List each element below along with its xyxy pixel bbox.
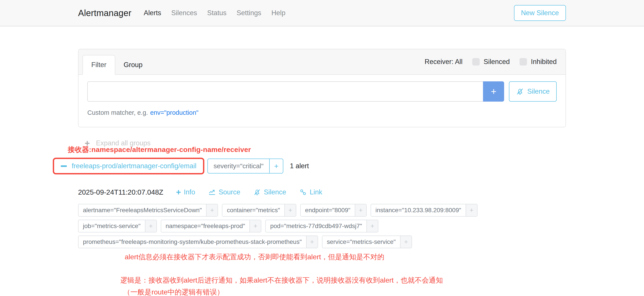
label-filter-add-button[interactable]: + [284, 204, 296, 216]
label-tag-instance: instance="10.233.98.209:8009" + [370, 204, 478, 216]
label-tag-namespace: namespace="freeleaps-prod" + [161, 220, 262, 232]
silence-button-label: Silence [527, 88, 550, 96]
alert-info-link[interactable]: + Info [176, 188, 195, 196]
alert-header-row: 2025-09-24T11:20:07.048Z + Info Source [78, 188, 566, 196]
label-tag-alertname: alertname="FreeleapsMetricsServiceDown" … [78, 204, 218, 216]
filter-card-body: + Silence Custom matcher, e.g.env="produ… [78, 75, 566, 127]
label-filter-add-button[interactable]: + [145, 220, 156, 232]
tab-group[interactable]: Group [115, 56, 151, 74]
receiver-filter-label[interactable]: Receiver: All [425, 58, 462, 66]
nav-item-status[interactable]: Status [207, 9, 226, 17]
top-navbar: Alertmanager Alerts Silences Status Sett… [0, 0, 644, 26]
matcher-input[interactable] [87, 81, 483, 102]
inhibited-checkbox[interactable] [520, 58, 527, 66]
filter-card: Filter Group Receiver: All Silenced Inhi… [78, 49, 566, 127]
minus-icon [61, 165, 67, 167]
label-tag-job: job="metrics-service" + [78, 220, 157, 232]
group-matcher-tag: severity="critical" + [208, 158, 283, 174]
link-icon [299, 188, 307, 196]
group-receiver-name: freeleaps-prod/alertmanager-config/email [72, 162, 196, 170]
annotation-line-3: （一般是route中的逻辑有错误） [124, 288, 566, 296]
nav-item-alerts[interactable]: Alerts [144, 9, 161, 17]
nav-item-help[interactable]: Help [272, 9, 286, 17]
app-brand: Alertmanager [78, 8, 132, 18]
label-filter-add-button[interactable]: + [206, 204, 218, 216]
group-receiver-button[interactable]: freeleaps-prod/alertmanager-config/email [53, 158, 204, 174]
label-tag-prometheus: prometheus="freeleaps-monitoring-system/… [78, 236, 318, 248]
alert-source-link[interactable]: Source [208, 188, 240, 196]
hint-example-link[interactable]: env="production" [150, 109, 198, 116]
label-filter-add-button[interactable]: + [366, 220, 378, 232]
label-filter-add-button[interactable]: + [355, 204, 366, 216]
label-filter-add-button[interactable]: + [400, 236, 412, 248]
label-tag-service: service="metrics-service" + [322, 236, 412, 248]
inhibited-filter: Inhibited [520, 58, 557, 66]
silence-matchers-button[interactable]: Silence [509, 81, 557, 102]
chart-line-icon [208, 188, 216, 196]
label-filter-add-button[interactable]: + [250, 220, 261, 232]
add-matcher-button[interactable]: + [483, 81, 504, 102]
plus-icon: + [176, 188, 181, 196]
group-matcher-add-button[interactable]: + [269, 159, 283, 173]
alert-labels: alertname="FreeleapsMetricsServiceDown" … [78, 204, 566, 248]
main-nav: Alerts Silences Status Settings Help [144, 9, 286, 17]
alert-timestamp: 2025-09-24T11:20:07.048Z [78, 188, 163, 196]
tab-filter[interactable]: Filter [82, 55, 115, 75]
label-tag-endpoint: endpoint="8009" + [300, 204, 367, 216]
label-filter-add-button[interactable]: + [306, 236, 318, 248]
alertmanager-page: Alertmanager Alerts Silences Status Sett… [0, 0, 644, 296]
nav-item-settings[interactable]: Settings [237, 9, 261, 17]
silenced-filter: Silenced [472, 58, 510, 66]
silenced-label: Silenced [484, 58, 510, 66]
receiver-annotation-text: 接收器:namespace/altermanager-config-name/r… [68, 145, 566, 154]
label-filter-add-button[interactable]: + [466, 204, 477, 216]
bell-slash-icon [516, 88, 524, 96]
alert-silence-link[interactable]: Silence [254, 188, 286, 196]
filter-card-header: Filter Group Receiver: All Silenced Inhi… [78, 49, 566, 75]
annotation-line-2: 逻辑是：接收器收到alert后进行通知，如果alert不在接收器下，说明接收器没… [120, 276, 566, 285]
nav-item-silences[interactable]: Silences [171, 9, 197, 17]
label-tag-pod: pod="metrics-77d9cdb497-wdsj7" + [265, 220, 378, 232]
silenced-checkbox[interactable] [472, 58, 480, 66]
annotation-line-1: alert信息必须在接收器下才表示配置成功，否则即使能看到alert，但是通知是… [125, 252, 566, 262]
alert-permalink[interactable]: Link [299, 188, 322, 196]
new-silence-button[interactable]: New Silence [514, 5, 566, 21]
inhibited-label: Inhibited [531, 58, 557, 66]
alert-group-row: freeleaps-prod/alertmanager-config/email… [53, 158, 566, 174]
matcher-hint: Custom matcher, e.g.env="production" [87, 109, 557, 116]
alert-count: 1 alert [290, 162, 309, 170]
group-matcher-text: severity="critical" [208, 159, 269, 173]
label-tag-container: container="metrics" + [222, 204, 296, 216]
bell-slash-icon [254, 188, 261, 196]
